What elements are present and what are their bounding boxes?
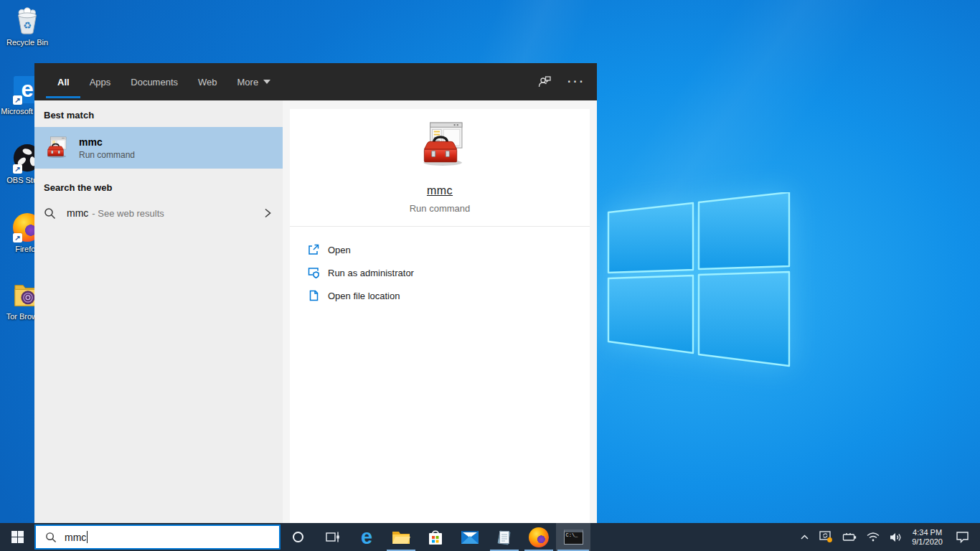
- tab-more[interactable]: More: [227, 63, 281, 100]
- microsoft-store-icon: [427, 529, 444, 546]
- search-filter-bar: All Apps Documents Web More: [34, 63, 597, 100]
- taskbar-app-mail[interactable]: [453, 523, 487, 551]
- mail-icon: [461, 529, 479, 545]
- cortana-button[interactable]: [281, 523, 315, 551]
- action-center-button[interactable]: [948, 523, 977, 551]
- tab-apps[interactable]: Apps: [80, 63, 121, 100]
- battery-icon[interactable]: [838, 523, 862, 551]
- tab-web[interactable]: Web: [188, 63, 227, 100]
- preview-subtitle: Run command: [410, 203, 471, 214]
- notepad-icon: [496, 529, 513, 546]
- result-title: mmc: [79, 136, 135, 148]
- terminal-icon: C:\_: [564, 529, 583, 545]
- best-match-header: Best match: [34, 100, 283, 127]
- web-search-result-mmc[interactable]: mmc - See web results: [34, 199, 283, 227]
- tab-documents[interactable]: Documents: [121, 63, 188, 100]
- chevron-right-icon[interactable]: [263, 207, 273, 219]
- taskbar-clock[interactable]: 4:34 PM 9/1/2020: [907, 528, 948, 547]
- action-open-file-location[interactable]: Open file location: [307, 284, 590, 307]
- volume-icon[interactable]: [885, 523, 907, 551]
- open-icon: [307, 243, 320, 256]
- ellipsis-icon[interactable]: ···: [567, 75, 585, 88]
- windows-logo: [606, 192, 791, 384]
- taskbar: mmc e: [0, 523, 980, 551]
- windows-desktop: ♻ Recycle Bin e ↗ Microsoft Edge ↗ OBS S…: [0, 0, 980, 551]
- task-view-button[interactable]: [315, 523, 349, 551]
- action-label: Open: [328, 245, 351, 255]
- taskbar-app-file-explorer[interactable]: [384, 523, 418, 551]
- result-preview-pane: mmc Run command Open: [290, 109, 590, 523]
- start-button[interactable]: [0, 523, 34, 551]
- chevron-down-icon: [263, 80, 270, 84]
- windows-start-icon: [11, 531, 24, 543]
- text-caret: [87, 531, 88, 543]
- feedback-icon[interactable]: [537, 75, 552, 89]
- shortcut-arrow-icon: ↗: [13, 233, 22, 242]
- cortana-icon: [293, 532, 303, 542]
- taskbar-app-terminal[interactable]: C:\_: [556, 523, 590, 551]
- taskbar-app-microsoft-store[interactable]: [418, 523, 453, 551]
- divider: [290, 226, 590, 227]
- result-subtitle: Run command: [79, 150, 135, 160]
- taskbar-app-firefox[interactable]: [522, 523, 556, 551]
- action-run-as-administrator[interactable]: Run as administrator: [307, 261, 590, 284]
- hidden-icons-chevron[interactable]: [795, 523, 814, 551]
- mmc-toolbox-icon: [44, 136, 67, 159]
- shortcut-arrow-icon: ↗: [13, 95, 22, 105]
- best-match-result-mmc[interactable]: mmc Run command: [34, 127, 283, 169]
- system-tray: 4:34 PM 9/1/2020: [795, 523, 980, 551]
- search-icon: [45, 532, 57, 543]
- wifi-icon[interactable]: [862, 523, 885, 551]
- preview-title: mmc: [427, 184, 453, 197]
- desktop-icon-recycle-bin[interactable]: ♻ Recycle Bin: [0, 6, 55, 47]
- search-flyout-panel: All Apps Documents Web More: [34, 63, 597, 523]
- file-explorer-icon: [392, 529, 410, 545]
- firefox-icon: [529, 527, 549, 547]
- task-view-icon: [326, 531, 339, 543]
- taskbar-app-microsoft-edge[interactable]: e: [349, 523, 384, 551]
- search-results-list: Best match mmc Run command Search the we…: [34, 100, 283, 523]
- web-query-suffix: - See web results: [92, 208, 164, 219]
- action-label: Open file location: [328, 291, 400, 301]
- action-open[interactable]: Open: [307, 238, 590, 261]
- recycle-bin-icon: ♻: [12, 6, 42, 36]
- edge-icon: e: [361, 527, 372, 547]
- update-status-icon[interactable]: [814, 523, 838, 551]
- taskbar-search-box[interactable]: mmc: [34, 524, 281, 550]
- run-as-admin-icon: [307, 266, 320, 279]
- svg-text:♻: ♻: [23, 20, 32, 31]
- search-icon: [44, 207, 56, 220]
- desktop-icon-label: Recycle Bin: [0, 38, 55, 47]
- clock-time: 4:34 PM: [912, 528, 943, 537]
- web-query-text: mmc: [67, 207, 88, 219]
- shortcut-arrow-icon: ↗: [13, 164, 22, 174]
- tab-all[interactable]: All: [47, 63, 80, 100]
- search-the-web-header: Search the web: [34, 173, 283, 199]
- mmc-toolbox-icon: [416, 121, 463, 169]
- search-input-value: mmc: [65, 532, 86, 543]
- action-label: Run as administrator: [328, 268, 414, 278]
- clock-date: 9/1/2020: [912, 537, 943, 547]
- open-file-location-icon: [307, 289, 320, 302]
- taskbar-app-notepad[interactable]: [487, 523, 522, 551]
